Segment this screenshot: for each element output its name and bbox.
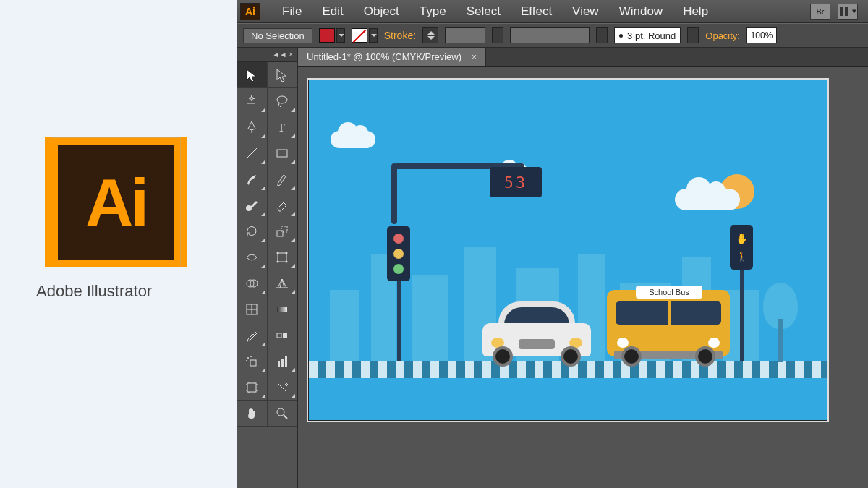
svg-rect-22 xyxy=(278,361,280,367)
menu-object[interactable]: Object xyxy=(354,0,409,23)
svg-rect-7 xyxy=(278,253,286,262)
canvas-viewport[interactable]: 53 ✋🚶 xyxy=(298,67,868,488)
hand-tool[interactable] xyxy=(237,401,268,427)
rotate-tool[interactable] xyxy=(237,218,268,244)
document-tab-title: Untitled-1* @ 100% (CMYK/Preview) xyxy=(307,51,461,62)
chevron-down-icon: ▾ xyxy=(852,7,856,16)
slice-tool[interactable] xyxy=(268,374,298,401)
eyedropper-tool[interactable] xyxy=(237,322,268,348)
svg-rect-16 xyxy=(277,333,281,338)
menu-type[interactable]: Type xyxy=(409,0,456,23)
artboard[interactable]: 53 ✋🚶 xyxy=(308,80,827,421)
brush-name: 3 pt. Round xyxy=(627,30,676,41)
menu-help[interactable]: Help xyxy=(673,0,718,23)
shape-builder-tool[interactable] xyxy=(237,270,268,296)
menu-window[interactable]: Window xyxy=(609,0,673,23)
svg-point-0 xyxy=(277,96,287,103)
menu-file[interactable]: File xyxy=(272,0,312,23)
menu-select[interactable]: Select xyxy=(456,0,511,23)
pencil-tool[interactable] xyxy=(268,166,298,192)
artwork-ground xyxy=(309,378,827,420)
mesh-tool[interactable] xyxy=(237,296,268,322)
variable-width-profile[interactable] xyxy=(510,27,590,43)
brush-preview-icon xyxy=(619,34,623,38)
blend-tool[interactable] xyxy=(268,322,298,348)
pen-tool[interactable] xyxy=(237,114,268,140)
bridge-button[interactable]: Br xyxy=(810,4,830,20)
magic-wand-tool[interactable] xyxy=(237,88,268,114)
stroke-swatch[interactable] xyxy=(352,28,367,43)
stroke-dropdown[interactable] xyxy=(369,28,378,43)
workspace-layout-button[interactable]: ▾ xyxy=(838,4,858,20)
ai-logo: Ai xyxy=(51,137,181,267)
artwork-school-bus: School Bus xyxy=(607,284,730,369)
svg-rect-25 xyxy=(247,383,256,392)
promo-caption: Adobe Illustrator xyxy=(36,282,152,301)
brush-dropdown[interactable] xyxy=(687,27,699,43)
opacity-field[interactable]: 100% xyxy=(746,27,777,43)
eraser-tool[interactable] xyxy=(268,192,298,218)
selection-status: No Selection xyxy=(243,28,312,43)
menu-edit[interactable]: Edit xyxy=(312,0,353,23)
brush-definition[interactable]: 3 pt. Round xyxy=(614,27,681,43)
stroke-weight-stepper[interactable] xyxy=(422,27,438,43)
stroke-weight-dropdown[interactable] xyxy=(492,27,503,43)
tool-panel-header[interactable]: ◄◄ × xyxy=(237,48,297,62)
stroke-label: Stroke: xyxy=(384,30,416,41)
menu-view[interactable]: View xyxy=(562,0,609,23)
workspace: ◄◄ × T xyxy=(237,48,868,488)
svg-point-9 xyxy=(285,252,287,254)
close-icon[interactable]: × xyxy=(472,52,477,62)
rectangle-tool[interactable] xyxy=(268,140,298,166)
blob-brush-tool[interactable] xyxy=(237,192,268,218)
perspective-grid-tool[interactable] xyxy=(268,270,298,296)
app-logo-icon[interactable]: Ai xyxy=(240,3,260,20)
fill-swatch[interactable] xyxy=(319,28,335,43)
svg-point-11 xyxy=(285,260,287,262)
options-bar: No Selection Stroke: 3 pt. Round Opacity… xyxy=(237,23,868,48)
stroke-weight-field[interactable] xyxy=(445,27,485,43)
scale-tool[interactable] xyxy=(268,218,298,244)
fill-dropdown[interactable] xyxy=(336,28,345,43)
svg-rect-3 xyxy=(277,150,287,157)
fill-swatch-group xyxy=(319,28,345,43)
artwork-traffic-light xyxy=(391,205,406,378)
svg-rect-17 xyxy=(283,333,287,338)
opacity-label: Opacity: xyxy=(705,30,740,41)
symbol-sprayer-tool[interactable] xyxy=(237,348,268,374)
artboard-tool[interactable] xyxy=(237,374,268,401)
artwork-countdown: 53 xyxy=(490,167,542,197)
svg-line-27 xyxy=(284,415,287,419)
svg-point-10 xyxy=(276,260,278,262)
svg-rect-6 xyxy=(281,226,287,232)
paintbrush-tool[interactable] xyxy=(237,166,268,192)
free-transform-tool[interactable] xyxy=(268,244,298,270)
lasso-tool[interactable] xyxy=(268,88,298,114)
variable-width-dropdown[interactable] xyxy=(596,27,608,43)
svg-line-2 xyxy=(247,148,257,158)
direct-selection-tool[interactable] xyxy=(268,62,298,88)
graph-tool[interactable] xyxy=(268,348,298,374)
artwork-cloud xyxy=(331,131,375,148)
svg-rect-15 xyxy=(277,307,287,312)
menu-effect[interactable]: Effect xyxy=(511,0,562,23)
document-area: Untitled-1* @ 100% (CMYK/Preview) × xyxy=(298,48,868,488)
layout-icon xyxy=(845,7,848,16)
selection-tool[interactable] xyxy=(237,62,268,88)
svg-point-26 xyxy=(277,408,284,416)
type-tool[interactable]: T xyxy=(268,114,298,140)
svg-rect-24 xyxy=(285,356,287,367)
artwork-cloud xyxy=(675,189,740,210)
stroke-swatch-group xyxy=(352,28,378,43)
illustrator-window: Ai File Edit Object Type Select Effect V… xyxy=(237,0,868,488)
svg-rect-23 xyxy=(281,359,284,367)
gradient-tool[interactable] xyxy=(268,296,298,322)
artwork-pedestrian-light: ✋🚶 xyxy=(734,205,749,378)
zoom-tool[interactable] xyxy=(268,401,298,427)
svg-rect-18 xyxy=(250,360,256,366)
layout-icon xyxy=(840,7,843,16)
tool-grid: T xyxy=(237,62,297,427)
line-tool[interactable] xyxy=(237,140,268,166)
width-tool[interactable] xyxy=(237,244,268,270)
document-tab[interactable]: Untitled-1* @ 100% (CMYK/Preview) × xyxy=(298,48,486,66)
